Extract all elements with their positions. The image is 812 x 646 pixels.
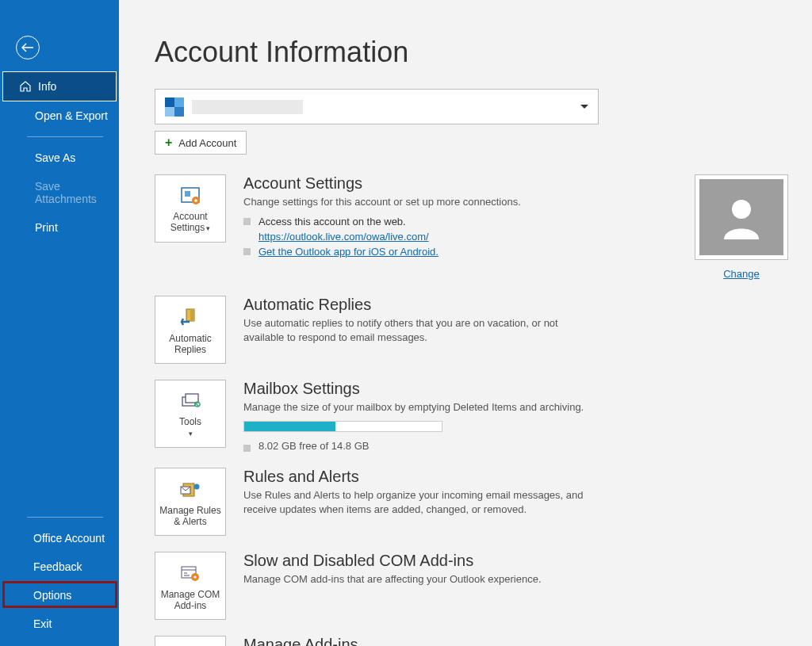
- tile-automatic-replies[interactable]: Automatic Replies: [155, 296, 226, 364]
- nav-item-open-export[interactable]: Open & Export: [0, 101, 119, 130]
- web-access-link[interactable]: https://outlook.live.com/owa/live.com/: [259, 231, 429, 243]
- chevron-down-icon: ▾: [206, 224, 210, 232]
- account-selector-value: [192, 100, 303, 114]
- main-content: Account Information + Add Account Accoun…: [119, 0, 812, 646]
- tile-label: Automatic Replies: [159, 333, 222, 355]
- bullet-icon: [243, 248, 251, 255]
- section-title: Manage Add-ins: [243, 636, 788, 646]
- section-com-addins: Manage COM Add-ins Slow and Disabled COM…: [155, 552, 788, 620]
- page-title: Account Information: [155, 36, 788, 69]
- nav-label: Feedback: [33, 560, 82, 573]
- svg-point-4: [732, 200, 751, 219]
- nav-label: Save Attachments: [35, 180, 111, 205]
- add-account-button[interactable]: + Add Account: [155, 131, 247, 155]
- section-automatic-replies: Automatic Replies Automatic Replies Use …: [155, 296, 788, 364]
- svg-rect-8: [186, 394, 198, 403]
- nav-item-feedback[interactable]: Feedback: [0, 552, 119, 581]
- section-title: Slow and Disabled COM Add-ins: [243, 552, 788, 570]
- account-selector[interactable]: [155, 89, 599, 124]
- tile-manage-addins[interactable]: [155, 636, 226, 646]
- tile-label: Account Settings▾: [159, 211, 222, 234]
- section-desc: Manage COM add-ins that are affecting yo…: [243, 572, 788, 587]
- section-desc: Use automatic replies to notify others t…: [243, 316, 592, 345]
- svg-rect-6: [190, 309, 194, 321]
- section-account-settings: Account Settings▾ Account Settings Chang…: [155, 174, 788, 280]
- nav-divider: [27, 136, 103, 137]
- avatar-box: [695, 174, 788, 260]
- nav-item-info[interactable]: Info: [2, 71, 117, 101]
- storage-progress-bar: [243, 421, 442, 432]
- nav-item-exit[interactable]: Exit: [0, 610, 119, 638]
- bullet-icon: [243, 445, 251, 452]
- back-button[interactable]: [16, 36, 40, 59]
- section-desc: Use Rules and Alerts to help organize yo…: [243, 488, 592, 517]
- outlook-account-icon: [165, 97, 184, 117]
- bullet-icon: [243, 218, 251, 225]
- svg-rect-12: [196, 484, 197, 487]
- tile-label: Manage Rules & Alerts: [159, 505, 222, 527]
- section-title: Account Settings: [243, 174, 677, 193]
- tools-icon: [178, 391, 202, 411]
- section-title: Mailbox Settings: [243, 380, 788, 398]
- nav-label: Office Account: [33, 532, 105, 545]
- section-desc: Change settings for this account or set …: [243, 195, 677, 209]
- nav-label: Options: [33, 589, 71, 602]
- nav-top: Info Open & Export Save As Save Attachme…: [0, 71, 119, 242]
- tile-tools[interactable]: Tools▾: [155, 380, 226, 448]
- section-title: Rules and Alerts: [243, 468, 592, 486]
- chevron-down-icon: [580, 105, 588, 109]
- change-avatar-link[interactable]: Change: [723, 268, 760, 280]
- bullets: Access this account on the web. https://…: [243, 214, 677, 259]
- nav-label: Info: [38, 80, 56, 93]
- nav-item-print[interactable]: Print: [0, 213, 119, 242]
- tile-com-addins[interactable]: Manage COM Add-ins: [155, 552, 226, 620]
- section-desc: Manage the size of your mailbox by empty…: [243, 400, 788, 415]
- account-settings-icon: [179, 185, 201, 206]
- nav-label: Open & Export: [35, 109, 108, 122]
- automatic-replies-icon: [178, 308, 202, 328]
- section-title: Automatic Replies: [243, 296, 592, 314]
- section-mailbox-settings: Tools▾ Mailbox Settings Manage the size …: [155, 380, 788, 452]
- svg-point-16: [193, 575, 196, 578]
- nav-label: Save As: [35, 151, 75, 164]
- backstage-sidebar: Info Open & Export Save As Save Attachme…: [0, 0, 119, 646]
- nav-bottom: Office Account Feedback Options Exit: [0, 510, 119, 646]
- bullet-text: Access this account on the web.: [259, 216, 406, 227]
- tile-account-settings[interactable]: Account Settings▾: [155, 174, 226, 243]
- nav-item-options[interactable]: Options: [0, 581, 119, 610]
- nav-item-save-attachments: Save Attachments: [0, 172, 119, 213]
- nav-label: Print: [35, 221, 58, 234]
- section-manage-addins: Manage Add-ins: [155, 636, 788, 646]
- tile-label: Manage COM Add-ins: [159, 589, 222, 611]
- mobile-app-link[interactable]: Get the Outlook app for iOS or Android.: [259, 244, 439, 259]
- back-arrow-icon: [21, 43, 34, 52]
- chevron-down-icon: ▾: [189, 430, 193, 438]
- plus-icon: +: [165, 136, 172, 150]
- storage-text: 8.02 GB free of 14.8 GB: [259, 440, 369, 452]
- svg-rect-1: [185, 191, 190, 197]
- nav-divider: [27, 517, 103, 518]
- add-account-label: Add Account: [178, 137, 236, 149]
- tile-label: Tools▾: [179, 416, 201, 439]
- nav-item-save-as[interactable]: Save As: [0, 143, 119, 172]
- rules-alerts-icon: [178, 480, 202, 500]
- com-addins-icon: [178, 564, 202, 584]
- home-icon: [19, 80, 32, 93]
- tile-rules-alerts[interactable]: Manage Rules & Alerts: [155, 468, 226, 536]
- section-rules-alerts: Manage Rules & Alerts Rules and Alerts U…: [155, 468, 788, 536]
- svg-point-3: [194, 199, 197, 202]
- avatar-placeholder-icon: [699, 179, 783, 255]
- nav-item-office-account[interactable]: Office Account: [0, 524, 119, 552]
- storage-progress-fill: [244, 422, 335, 431]
- nav-label: Exit: [33, 617, 52, 630]
